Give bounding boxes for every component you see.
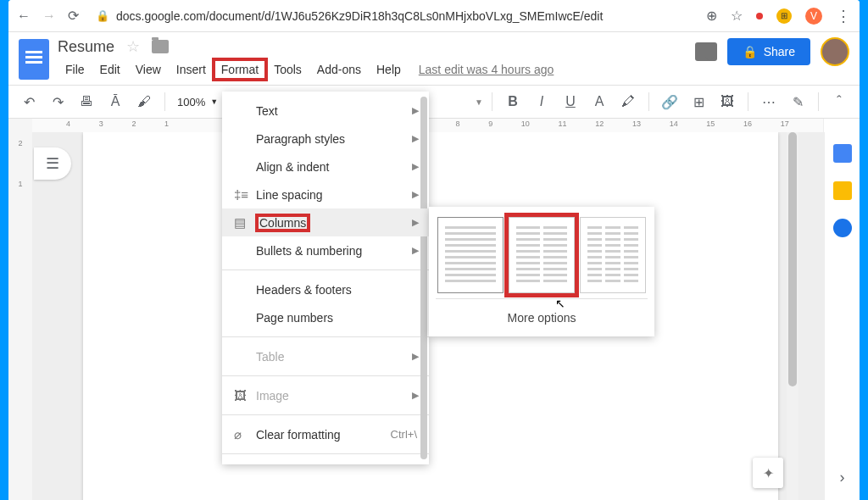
reload-icon[interactable]: ⟳	[68, 8, 79, 24]
expand-sidepanel-icon[interactable]: ›	[840, 469, 845, 486]
menu-item-line-spacing[interactable]: ‡≡Line spacing▶	[222, 181, 429, 208]
cursor-icon: ↖	[555, 297, 565, 310]
star-icon[interactable]: ☆	[126, 37, 140, 56]
menu-insert[interactable]: Insert	[169, 59, 214, 80]
extension-icon[interactable]: ⊞	[776, 8, 792, 24]
menu-file[interactable]: File	[58, 59, 92, 80]
underline-icon[interactable]: U	[559, 90, 582, 114]
url-bar[interactable]: 🔒 docs.google.com/document/d/1WJ6u526Kz9…	[91, 9, 694, 23]
menu-item-paragraph-styles[interactable]: Paragraph styles▶	[222, 125, 429, 153]
chrome-menu-icon[interactable]: ⋮	[836, 7, 851, 25]
menu-view[interactable]: View	[128, 59, 169, 80]
scrollbar[interactable]	[787, 132, 798, 500]
docs-logo-icon[interactable]	[19, 39, 49, 80]
menu-item-align-indent[interactable]: Align & indent▶	[222, 153, 429, 181]
vertical-ruler: 21	[8, 132, 32, 500]
menu-item-table: Table▶	[222, 342, 429, 370]
extension-icon[interactable]	[756, 13, 763, 19]
menu-item-columns[interactable]: ▤Columns▶	[222, 208, 429, 236]
back-icon[interactable]: ←	[17, 8, 31, 24]
menu-format[interactable]: Format	[214, 59, 266, 80]
menu-bar: File Edit View Insert Format Tools Add-o…	[58, 59, 687, 80]
image-icon: 🖼	[234, 388, 256, 403]
document-title[interactable]: Resume	[58, 38, 114, 56]
bookmark-star-icon[interactable]: ☆	[731, 8, 743, 24]
menu-edit[interactable]: Edit	[92, 59, 128, 80]
paint-format-icon[interactable]: 🖌	[132, 90, 156, 114]
last-edit-link[interactable]: Last edit was 4 hours ago	[419, 63, 554, 76]
columns-option-2[interactable]	[509, 217, 575, 293]
menu-tools[interactable]: Tools	[266, 59, 309, 80]
comments-icon[interactable]	[695, 42, 717, 61]
more-icon[interactable]: ⋯	[757, 90, 781, 114]
forward-icon[interactable]: →	[42, 8, 56, 24]
columns-option-3[interactable]	[580, 217, 646, 293]
collapse-icon[interactable]: ˆ	[827, 90, 851, 114]
lock-icon: 🔒	[743, 45, 757, 58]
calendar-icon[interactable]	[833, 144, 852, 163]
menu-item-headers-footers[interactable]: Headers & footers	[222, 275, 429, 303]
columns-more-options[interactable]: More options	[436, 299, 648, 330]
menu-addons[interactable]: Add-ons	[309, 59, 369, 80]
spellcheck-icon[interactable]: Ā	[103, 90, 127, 114]
explore-button[interactable]: ✦	[753, 458, 783, 488]
text-color-icon[interactable]: A	[587, 90, 611, 114]
menu-help[interactable]: Help	[369, 59, 409, 80]
tasks-icon[interactable]	[833, 219, 852, 237]
side-panel: ›	[824, 132, 860, 500]
docs-header: Resume ☆ File Edit View Insert Format To…	[8, 32, 860, 80]
account-avatar[interactable]	[821, 37, 849, 66]
keep-icon[interactable]	[833, 181, 852, 200]
share-label: Share	[764, 45, 795, 58]
menu-item-image: 🖼Image▶	[222, 381, 429, 409]
toolbar: ↶ ↷ 🖶 Ā 🖌 100% ▼ ▼ B I U A 🖍 🔗 ⊞ 🖼 ⋯ ✎ ˆ	[8, 85, 860, 119]
ruler: 43211234567891011121314151617	[8, 119, 860, 132]
undo-icon[interactable]: ↶	[17, 90, 41, 114]
share-button[interactable]: 🔒 Share	[727, 38, 810, 65]
zoom-icon[interactable]: ⊕	[706, 8, 717, 24]
move-folder-icon[interactable]	[152, 40, 169, 53]
browser-chrome: ← → ⟳ 🔒 docs.google.com/document/d/1WJ6u…	[8, 0, 860, 32]
link-icon[interactable]: 🔗	[658, 90, 682, 114]
columns-submenu: More options	[429, 207, 654, 336]
edit-mode-icon[interactable]: ✎	[786, 90, 810, 114]
redo-icon[interactable]: ↷	[46, 90, 70, 114]
outline-toggle-button[interactable]: ☰	[34, 147, 71, 180]
menu-item-clear-formatting[interactable]: ⌀Clear formattingCtrl+\	[222, 420, 429, 448]
print-icon[interactable]: 🖶	[75, 90, 98, 114]
zoom-select[interactable]: 100% ▼	[174, 96, 221, 108]
italic-icon[interactable]: I	[530, 90, 554, 114]
url-text: docs.google.com/document/d/1WJ6u526Kz9Di…	[116, 9, 603, 23]
line-spacing-icon: ‡≡	[234, 187, 256, 202]
image-insert-icon[interactable]: 🖼	[715, 90, 739, 114]
highlight-icon[interactable]: 🖍	[616, 90, 640, 114]
menu-item-text[interactable]: Text▶	[222, 97, 429, 125]
bold-icon[interactable]: B	[501, 90, 525, 114]
lock-icon: 🔒	[96, 9, 109, 22]
comment-icon[interactable]: ⊞	[687, 90, 710, 114]
menu-item-bullets-numbering[interactable]: Bullets & numbering▶	[222, 236, 429, 264]
menu-item-page-numbers[interactable]: Page numbers	[222, 303, 429, 331]
columns-icon: ▤	[234, 215, 256, 231]
columns-option-1[interactable]	[437, 217, 504, 293]
profile-avatar[interactable]: V	[805, 8, 822, 25]
format-dropdown: Text▶ Paragraph styles▶ Align & indent▶ …	[222, 92, 429, 464]
clear-format-icon: ⌀	[234, 427, 256, 442]
